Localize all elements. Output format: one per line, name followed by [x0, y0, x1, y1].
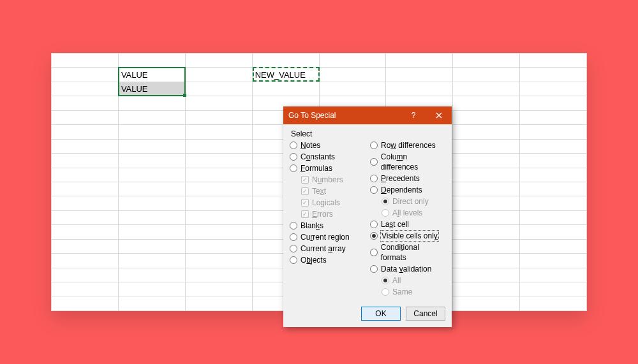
option-column-differences[interactable]: Column differences: [370, 151, 445, 173]
option-current-array[interactable]: Current array: [290, 243, 365, 254]
ok-button[interactable]: OK: [361, 307, 401, 321]
dialog-titlebar[interactable]: Go To Special ?: [283, 106, 452, 124]
option-formulas[interactable]: Formulas: [290, 163, 365, 174]
option-text: Text: [301, 186, 365, 197]
options-right-column: Row differences Column differences Prece…: [370, 140, 445, 298]
option-logicals: Logicals: [301, 197, 365, 208]
dialog-body: Select Notes Constants Formulas Numbers …: [283, 124, 452, 303]
cell-b2[interactable]: VALUE: [118, 68, 185, 82]
option-direct-only: Direct only: [382, 196, 445, 207]
option-numbers: Numbers: [301, 174, 365, 186]
dialog-title: Go To Special: [288, 111, 401, 120]
cell-b3[interactable]: VALUE: [118, 82, 185, 96]
options-left-column: Notes Constants Formulas Numbers Text Lo…: [290, 140, 365, 298]
close-button[interactable]: [426, 106, 452, 124]
select-label: Select: [291, 129, 445, 138]
option-objects[interactable]: Objects: [290, 254, 365, 266]
option-precedents[interactable]: Precedents: [370, 173, 445, 184]
go-to-special-dialog: Go To Special ? Select Notes Constants F…: [283, 106, 452, 327]
option-constants[interactable]: Constants: [290, 151, 365, 163]
help-button[interactable]: ?: [401, 106, 426, 124]
close-icon: [436, 112, 442, 119]
cell-d2[interactable]: NEW_VALUE: [252, 68, 319, 82]
option-errors: Errors: [301, 208, 365, 220]
option-all: All: [382, 275, 445, 286]
option-all-levels: All levels: [382, 207, 445, 219]
option-data-validation[interactable]: Data validation: [370, 263, 445, 275]
option-blanks[interactable]: Blanks: [290, 220, 365, 231]
cancel-button[interactable]: Cancel: [406, 307, 445, 321]
option-visible-cells-only[interactable]: Visible cells only: [370, 230, 445, 242]
option-current-region[interactable]: Current region: [290, 231, 365, 243]
option-dependents[interactable]: Dependents: [370, 184, 445, 196]
option-same: Same: [382, 286, 445, 298]
dialog-footer: OK Cancel: [283, 303, 452, 327]
option-row-differences[interactable]: Row differences: [370, 140, 445, 151]
option-notes[interactable]: Notes: [290, 140, 365, 151]
option-last-cell[interactable]: Last cell: [370, 219, 445, 230]
option-conditional-formats[interactable]: Conditional formats: [370, 242, 445, 263]
